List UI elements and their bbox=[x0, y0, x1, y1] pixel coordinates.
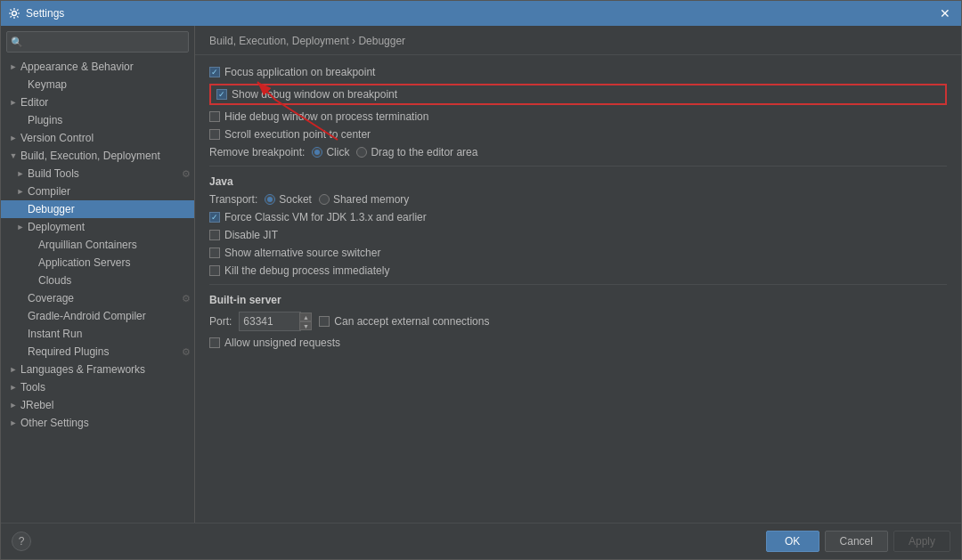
remove-breakpoint-label: Remove breakpoint: bbox=[209, 146, 305, 158]
scroll-execution-checkbox[interactable] bbox=[209, 129, 220, 140]
disable-jit-checkbox[interactable] bbox=[209, 230, 220, 240]
allow-unsigned-label: Allow unsigned requests bbox=[224, 337, 340, 349]
scroll-execution-row: Scroll execution point to center bbox=[209, 128, 947, 141]
sidebar-item-editor[interactable]: Editor bbox=[1, 93, 194, 111]
sidebar-item-label: Build Tools bbox=[28, 167, 180, 180]
show-debug-window-row: Show debug window on breakpoint bbox=[209, 84, 947, 105]
remove-drag-radio[interactable] bbox=[356, 147, 367, 158]
sidebar-item-instant-run[interactable]: Instant Run bbox=[1, 325, 194, 343]
transport-shared-label[interactable]: Shared memory bbox=[319, 193, 409, 206]
sidebar-item-app-servers[interactable]: Application Servers bbox=[1, 254, 194, 272]
show-alt-source-label: Show alternative source switcher bbox=[224, 247, 380, 259]
disable-jit-row: Disable JIT bbox=[209, 229, 947, 241]
remove-click-label[interactable]: Click bbox=[312, 146, 349, 158]
port-increment[interactable]: ▲ bbox=[299, 312, 312, 321]
sidebar-item-build-tools[interactable]: Build Tools ⚙ bbox=[1, 165, 194, 183]
sidebar-item-label: Version Control bbox=[20, 132, 191, 144]
remove-click-text: Click bbox=[326, 146, 349, 158]
transport-socket-label[interactable]: Socket bbox=[265, 193, 312, 206]
sidebar-item-label: Compiler bbox=[28, 185, 191, 198]
divider-java bbox=[209, 166, 947, 166]
bottom-bar: ? OK Cancel Apply bbox=[1, 523, 961, 559]
svg-point-0 bbox=[12, 12, 17, 16]
can-accept-label[interactable]: Can accept external connections bbox=[319, 315, 489, 328]
sidebar-item-label: Instant Run bbox=[28, 328, 191, 340]
sidebar-item-clouds[interactable]: Clouds bbox=[1, 272, 194, 289]
sidebar-item-keymap[interactable]: Keymap bbox=[1, 76, 194, 93]
sidebar-item-arquillian[interactable]: Arquillian Containers bbox=[1, 236, 194, 254]
arrow-icon bbox=[8, 61, 19, 72]
apply-button[interactable]: Apply bbox=[893, 531, 950, 552]
show-alt-source-checkbox[interactable] bbox=[209, 248, 220, 258]
show-alt-source-checkbox-label[interactable]: Show alternative source switcher bbox=[209, 247, 380, 259]
sidebar-item-required-plugins[interactable]: Required Plugins ⚙ bbox=[1, 343, 194, 361]
force-classic-checkbox[interactable] bbox=[209, 212, 220, 223]
kill-debug-checkbox[interactable] bbox=[209, 265, 220, 276]
focus-breakpoint-checkbox[interactable] bbox=[209, 67, 220, 77]
sidebar-item-compiler[interactable]: Compiler bbox=[1, 183, 194, 200]
bottom-left: ? bbox=[12, 532, 31, 551]
sidebar-item-label: Appearance & Behavior bbox=[20, 61, 191, 73]
sidebar-item-label: Editor bbox=[20, 96, 191, 109]
sidebar-item-label: Plugins bbox=[28, 114, 191, 126]
breadcrumb: Build, Execution, Deployment › Debugger bbox=[195, 26, 961, 55]
port-input-group: ▲ ▼ bbox=[239, 312, 312, 331]
port-decrement[interactable]: ▼ bbox=[299, 321, 312, 330]
focus-breakpoint-label: Focus application on breakpoint bbox=[224, 66, 375, 78]
show-debug-window-checkbox[interactable] bbox=[216, 89, 227, 100]
sidebar-item-deployment[interactable]: Deployment bbox=[1, 218, 194, 236]
hide-debug-window-label: Hide debug window on process termination bbox=[224, 110, 428, 123]
title-text: Settings bbox=[26, 7, 64, 20]
close-button[interactable]: ✕ bbox=[936, 4, 954, 22]
sidebar-item-tools[interactable]: Tools bbox=[1, 378, 194, 396]
sidebar-item-label: Clouds bbox=[38, 274, 191, 287]
allow-unsigned-checkbox[interactable] bbox=[209, 337, 220, 348]
remove-drag-text: Drag to the editor area bbox=[371, 146, 477, 158]
ok-button[interactable]: OK bbox=[766, 531, 819, 552]
nav-tree: Appearance & Behavior Keymap Editor Plug… bbox=[1, 56, 194, 523]
focus-breakpoint-checkbox-label[interactable]: Focus application on breakpoint bbox=[209, 66, 375, 78]
transport-row: Transport: Socket Shared memory bbox=[209, 193, 947, 206]
can-accept-checkbox[interactable] bbox=[319, 316, 330, 327]
arrow-icon bbox=[8, 418, 19, 428]
sidebar-item-label: Languages & Frameworks bbox=[20, 363, 191, 376]
sidebar-item-version-control[interactable]: Version Control bbox=[1, 129, 194, 147]
hide-debug-window-checkbox[interactable] bbox=[209, 111, 220, 122]
port-label: Port: bbox=[209, 315, 232, 328]
arrow-icon bbox=[15, 186, 26, 197]
title-bar: Settings ✕ bbox=[1, 1, 961, 26]
sidebar-item-plugins[interactable]: Plugins bbox=[1, 111, 194, 129]
sidebar-item-label: Other Settings bbox=[20, 417, 191, 429]
sidebar-item-languages[interactable]: Languages & Frameworks bbox=[1, 361, 194, 378]
port-input[interactable] bbox=[239, 312, 301, 331]
force-classic-checkbox-label[interactable]: Force Classic VM for JDK 1.3.x and earli… bbox=[209, 211, 427, 223]
sidebar-item-jrebel[interactable]: JRebel bbox=[1, 396, 194, 414]
sidebar-item-gradle-android[interactable]: Gradle-Android Compiler bbox=[1, 307, 194, 325]
remove-drag-label[interactable]: Drag to the editor area bbox=[356, 146, 477, 158]
hide-debug-window-checkbox-label[interactable]: Hide debug window on process termination bbox=[209, 110, 428, 123]
sidebar-item-coverage[interactable]: Coverage ⚙ bbox=[1, 289, 194, 307]
help-button[interactable]: ? bbox=[12, 532, 31, 551]
sidebar-item-appearance[interactable]: Appearance & Behavior bbox=[1, 58, 194, 76]
focus-breakpoint-row: Focus application on breakpoint bbox=[209, 66, 947, 78]
scroll-execution-checkbox-label[interactable]: Scroll execution point to center bbox=[209, 128, 371, 141]
remove-click-radio[interactable] bbox=[312, 147, 322, 158]
transport-socket-radio[interactable] bbox=[265, 194, 275, 205]
sidebar-item-label: Application Servers bbox=[38, 256, 191, 269]
sidebar-item-other-settings[interactable]: Other Settings bbox=[1, 414, 194, 432]
transport-label: Transport: bbox=[209, 193, 257, 206]
kill-debug-checkbox-label[interactable]: Kill the debug process immediately bbox=[209, 264, 389, 277]
cancel-button[interactable]: Cancel bbox=[825, 531, 888, 552]
settings-panel: Focus application on breakpoint Show deb… bbox=[195, 55, 961, 523]
kill-debug-label: Kill the debug process immediately bbox=[224, 264, 389, 277]
sidebar-item-debugger[interactable]: Debugger bbox=[1, 200, 194, 218]
sidebar-item-build-exec[interactable]: Build, Execution, Deployment bbox=[1, 147, 194, 165]
disable-jit-checkbox-label[interactable]: Disable JIT bbox=[209, 229, 278, 241]
search-input[interactable] bbox=[6, 31, 189, 53]
allow-unsigned-checkbox-label[interactable]: Allow unsigned requests bbox=[209, 337, 340, 349]
transport-shared-radio[interactable] bbox=[319, 194, 330, 205]
sidebar-item-label: JRebel bbox=[20, 399, 191, 411]
sidebar-item-label: Debugger bbox=[28, 203, 191, 215]
arrow-icon bbox=[8, 97, 19, 108]
transport-shared-text: Shared memory bbox=[333, 193, 409, 206]
